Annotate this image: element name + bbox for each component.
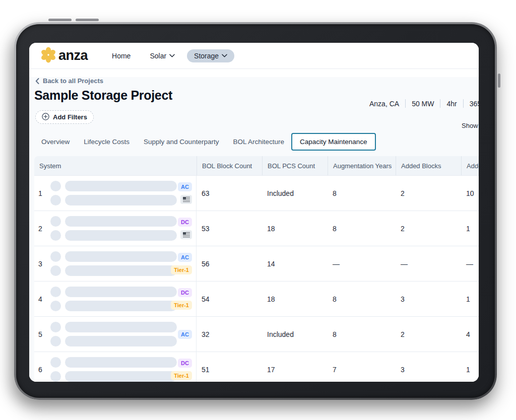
system-cell: 3 ACTier-1 bbox=[34, 246, 197, 281]
add-filters-label: Add Filters bbox=[53, 113, 87, 121]
value-cell: 10 bbox=[461, 176, 479, 211]
value-cell: 7 bbox=[328, 352, 396, 382]
tab-label: Overview bbox=[41, 138, 70, 146]
tab-bol-architecture[interactable]: BOL Architecture bbox=[226, 133, 291, 151]
value-cell: 3 bbox=[396, 282, 461, 316]
add-filters-button[interactable]: Add Filters bbox=[35, 110, 94, 124]
system-skeleton bbox=[50, 322, 177, 346]
value-cell: 8 bbox=[328, 176, 396, 211]
system-cell: 5 AC bbox=[34, 317, 197, 352]
meta-separator bbox=[405, 99, 406, 108]
back-link-label: Back to all Projects bbox=[43, 77, 103, 85]
value-cell: 2 bbox=[396, 176, 461, 211]
tablet-volume-button bbox=[48, 19, 72, 21]
skeleton-circle bbox=[50, 216, 61, 227]
skeleton-bar bbox=[65, 251, 177, 262]
value-cell: 1 bbox=[461, 282, 479, 316]
systems-table: SystemBOL Block CountBOL PCS CountAugmen… bbox=[34, 156, 479, 382]
skeleton-bar bbox=[65, 265, 177, 276]
tab-overview[interactable]: Overview bbox=[34, 133, 77, 151]
value-cell: 63 bbox=[197, 176, 262, 211]
skeleton-circle bbox=[50, 301, 61, 311]
system-cell: 4 DCTier-1 bbox=[34, 282, 197, 316]
header-cell: BOL Block Count bbox=[197, 156, 262, 175]
value-cell: 51 bbox=[197, 352, 262, 382]
value-cell: 8 bbox=[328, 317, 396, 352]
meta-separator bbox=[463, 99, 464, 108]
value-cell: 54 bbox=[197, 282, 262, 316]
system-skeleton bbox=[50, 287, 177, 311]
badge-tier-1: Tier-1 bbox=[171, 371, 192, 380]
value-cell: — bbox=[461, 246, 479, 281]
badge-column: AC bbox=[178, 176, 192, 211]
value-cell: 1 bbox=[461, 352, 479, 382]
skeleton-bar bbox=[65, 287, 177, 297]
badge-column: AC bbox=[178, 317, 192, 352]
skeleton-circle bbox=[50, 371, 61, 382]
skeleton-bar bbox=[65, 230, 177, 241]
badge-ac: AC bbox=[178, 253, 192, 262]
us-flag-icon bbox=[180, 195, 192, 204]
skeleton-bar bbox=[65, 357, 177, 368]
tablet-frame: anza Home Solar Storage Back to a bbox=[14, 22, 497, 400]
tab-supply-and-counterparty[interactable]: Supply and Counterparty bbox=[137, 133, 226, 151]
table-row[interactable]: 2 DC 5318821 bbox=[34, 211, 479, 246]
skeleton-circle bbox=[50, 322, 61, 332]
system-skeleton bbox=[50, 216, 177, 241]
project-meta-item: 365 cycles/yr bbox=[470, 100, 479, 108]
value-cell: 4 bbox=[461, 317, 479, 352]
table-row[interactable]: 1 AC 63Included8210 bbox=[34, 175, 479, 211]
value-cell: 18 bbox=[262, 211, 328, 246]
badge-ac: AC bbox=[178, 330, 192, 339]
system-cell: 1 AC bbox=[34, 176, 197, 211]
value-cell: 3 bbox=[396, 352, 461, 382]
value-cell: 14 bbox=[262, 246, 328, 281]
nav-item-storage[interactable]: Storage bbox=[187, 49, 234, 62]
value-cell: — bbox=[328, 246, 396, 281]
table-body: 1 AC 63Included8210 2 DC 5318821 3 bbox=[34, 175, 479, 382]
header-cell: Augmentation Years bbox=[328, 156, 396, 175]
tab-label: BOL Architecture bbox=[233, 138, 284, 146]
page-content: Back to all Projects Sample Storage Proj… bbox=[29, 77, 479, 382]
skeleton-circle bbox=[50, 287, 61, 297]
nav-item-home[interactable]: Home bbox=[105, 49, 138, 62]
tab-label: Capacity Maintenance bbox=[300, 138, 367, 146]
row-number: 3 bbox=[38, 260, 48, 268]
tab-lifecycle-costs[interactable]: Lifecycle Costs bbox=[77, 133, 137, 151]
show-label[interactable]: Show bbox=[462, 122, 478, 129]
badge-column: DCTier-1 bbox=[171, 352, 192, 382]
row-number: 6 bbox=[38, 366, 48, 374]
row-number: 4 bbox=[38, 295, 48, 303]
anza-logo[interactable]: anza bbox=[39, 46, 88, 66]
system-skeleton bbox=[50, 251, 177, 276]
skeleton-circle bbox=[50, 230, 61, 241]
value-cell: 18 bbox=[262, 282, 328, 316]
tablet-power-button bbox=[498, 74, 500, 88]
project-meta-item: 4hr bbox=[446, 100, 457, 108]
tab-capacity-maintenance[interactable]: Capacity Maintenance bbox=[291, 133, 376, 151]
badge-tier-1: Tier-1 bbox=[171, 301, 192, 310]
system-cell: 2 DC bbox=[34, 211, 197, 246]
table-row[interactable]: 5 AC 32Included824 bbox=[34, 316, 479, 352]
badge-ac: AC bbox=[178, 182, 192, 191]
app-screen: anza Home Solar Storage Back to a bbox=[29, 43, 479, 382]
us-flag-icon bbox=[180, 230, 192, 239]
table-row[interactable]: 3 ACTier-1 5614——— bbox=[34, 246, 479, 281]
skeleton-circle bbox=[50, 251, 61, 262]
value-cell: 8 bbox=[328, 282, 396, 316]
badge-dc: DC bbox=[178, 359, 192, 368]
table-row[interactable]: 4 DCTier-1 5418831 bbox=[34, 281, 479, 316]
tab-bar: Overview Lifecycle Costs Supply and Coun… bbox=[34, 133, 479, 151]
nav-item-label: Solar bbox=[150, 52, 166, 60]
header-cell: BOL PCS Count bbox=[262, 156, 328, 175]
value-cell: 56 bbox=[197, 246, 262, 281]
nav-items: Home Solar Storage bbox=[105, 49, 234, 62]
tab-label: Supply and Counterparty bbox=[144, 138, 219, 146]
back-to-projects-link[interactable]: Back to all Projects bbox=[35, 77, 103, 85]
skeleton-bar bbox=[65, 181, 177, 191]
nav-item-label: Storage bbox=[194, 52, 219, 60]
plus-circle-icon bbox=[42, 113, 49, 122]
table-row[interactable]: 6 DCTier-1 5117731 bbox=[34, 352, 479, 382]
system-skeleton bbox=[50, 181, 177, 205]
nav-item-solar[interactable]: Solar bbox=[143, 49, 182, 62]
